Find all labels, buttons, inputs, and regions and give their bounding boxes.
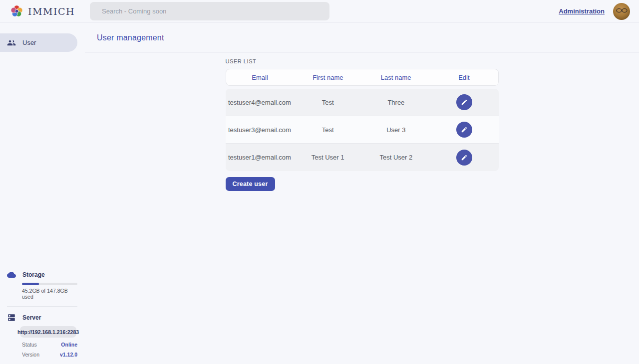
storage-title: Storage — [22, 271, 45, 278]
user-first-name: Test User 1 — [294, 154, 362, 161]
storage-progress — [22, 283, 77, 285]
create-user-button[interactable]: Create user — [226, 177, 275, 191]
app-logo[interactable]: IMMICH — [10, 4, 75, 18]
app-title: IMMICH — [28, 6, 75, 17]
pencil-icon — [461, 126, 468, 133]
pencil-icon — [461, 99, 468, 106]
user-last-name: Test User 2 — [362, 154, 430, 161]
sidebar-item-user[interactable]: User — [0, 33, 77, 52]
storage-progress-fill — [22, 283, 39, 285]
cloud-icon — [7, 270, 16, 279]
edit-user-button[interactable] — [456, 122, 472, 138]
column-email: Email — [226, 74, 294, 81]
user-email: testuser3@email.com — [226, 126, 294, 134]
user-table-header: Email First name Last name Edit — [226, 69, 499, 86]
storage-usage-text: 45.2GB of 147.8GB used — [22, 288, 77, 300]
server-icon — [7, 313, 16, 322]
server-status-label: Status — [22, 342, 37, 348]
search-input[interactable] — [90, 2, 329, 20]
table-row: testuser1@email.com Test User 1 Test Use… — [226, 144, 499, 171]
glasses-photo — [613, 3, 630, 20]
user-list-label: USER LIST — [226, 58, 499, 64]
table-row: testuser3@email.com Test User 3 — [226, 116, 499, 144]
table-row: testuser4@email.com Test Three — [226, 89, 499, 116]
server-status-value: Online — [61, 342, 77, 348]
user-first-name: Test — [294, 126, 362, 134]
user-email: testuser1@email.com — [226, 154, 294, 161]
immich-flower-icon — [10, 4, 23, 18]
column-first-name: First name — [294, 74, 362, 81]
edit-user-button[interactable] — [456, 150, 472, 166]
user-email: testuser4@email.com — [226, 99, 294, 106]
user-table-body: testuser4@email.com Test Three te — [226, 89, 499, 171]
users-icon — [7, 38, 16, 47]
user-last-name: User 3 — [362, 126, 430, 134]
administration-link[interactable]: Administration — [559, 7, 605, 15]
user-last-name: Three — [362, 99, 430, 106]
column-edit: Edit — [430, 74, 498, 81]
user-avatar[interactable] — [613, 3, 630, 20]
pencil-icon — [461, 154, 468, 161]
edit-user-button[interactable] — [456, 94, 472, 110]
sidebar-item-user-label: User — [22, 39, 36, 46]
top-header: IMMICH Administration — [0, 0, 639, 23]
server-version-value: v1.12.0 — [60, 352, 77, 358]
column-last-name: Last name — [362, 74, 430, 81]
main-panel: User management USER LIST Email First na… — [85, 23, 639, 364]
user-first-name: Test — [294, 99, 362, 106]
sidebar-divider — [7, 306, 77, 307]
server-url-chip: http://192.168.1.216:2283 — [20, 326, 76, 338]
sidebar-footer: Storage 45.2GB of 147.8GB used Server ht… — [0, 270, 85, 358]
page-title: User management — [97, 33, 164, 42]
sidebar: User Storage 45.2GB of 147.8GB used — [0, 23, 85, 364]
server-version-label: Version — [22, 352, 39, 358]
server-title: Server — [22, 314, 41, 321]
